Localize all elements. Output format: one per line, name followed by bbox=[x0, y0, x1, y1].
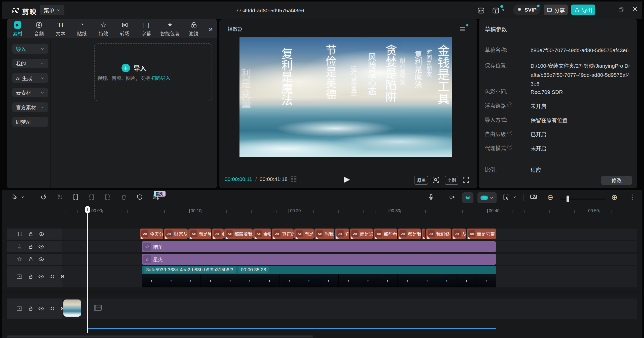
preview-axis-chevron[interactable] bbox=[512, 193, 517, 201]
auto-link-toggle[interactable] bbox=[462, 192, 473, 203]
text-clip-10[interactable]: A≡它 bbox=[335, 229, 349, 239]
video-clip[interactable]: 3afa5939-368d-4ca2-b88b-b9f9b315b6f3 00:… bbox=[142, 266, 496, 287]
video-preview[interactable]: 利是变量复利是魔法节俭是美德运气是变量风险是心态贪婪是陷阱耐心是智慧复利是魔法时… bbox=[239, 37, 452, 157]
zoom-frame-icon[interactable] bbox=[432, 176, 440, 184]
record-voice-icon[interactable] bbox=[427, 193, 435, 201]
tab-media[interactable]: ▶素材 bbox=[7, 21, 28, 37]
original-quality-button[interactable]: 原画 bbox=[415, 176, 428, 184]
eye-icon[interactable] bbox=[38, 305, 45, 312]
undo-icon[interactable]: ↺ bbox=[39, 193, 48, 201]
texttool-icon[interactable]: TI bbox=[17, 231, 22, 237]
help-icon[interactable]: ? bbox=[507, 102, 512, 107]
maximize-button[interactable] bbox=[618, 7, 624, 13]
sidebar-item-3[interactable]: AI 生成 bbox=[12, 73, 48, 83]
snap-icon[interactable] bbox=[448, 193, 457, 201]
solo-icon[interactable]: S bbox=[61, 274, 64, 280]
playhead-line[interactable] bbox=[87, 208, 88, 333]
close-button[interactable]: × bbox=[632, 4, 637, 14]
delete-icon[interactable] bbox=[119, 193, 128, 201]
star-icon[interactable]: ☆ bbox=[17, 243, 22, 250]
text-clip-12[interactable]: A≡那些看 bbox=[374, 229, 397, 239]
text-clip-15[interactable]: A≡我们终 bbox=[426, 229, 451, 239]
more-tabs-icon[interactable]: » bbox=[204, 25, 217, 33]
text-clip-9[interactable]: A≡当我 bbox=[314, 229, 334, 239]
preview-axis-icon[interactable] bbox=[502, 193, 511, 201]
more-options-icon[interactable]: ⋮ bbox=[628, 193, 636, 201]
star-icon[interactable]: ☆ bbox=[17, 256, 22, 263]
link-toggle[interactable] bbox=[477, 192, 497, 203]
text-clip-16[interactable]: A≡从 bbox=[452, 229, 466, 239]
split-icon[interactable] bbox=[71, 193, 80, 201]
sidebar-item-1[interactable]: 导入 bbox=[12, 44, 48, 54]
tab-text[interactable]: TI文本 bbox=[50, 21, 71, 37]
sidebar-item-4[interactable]: 云素材 bbox=[12, 88, 48, 97]
text-clip-17[interactable]: A≡而是它带 bbox=[467, 229, 496, 239]
eye-icon[interactable] bbox=[38, 256, 45, 262]
eye-icon[interactable] bbox=[38, 243, 45, 250]
lock-icon[interactable] bbox=[28, 231, 34, 237]
tab-filter[interactable]: 滤镜 bbox=[183, 21, 204, 37]
lock-icon[interactable] bbox=[28, 256, 34, 262]
eye-icon[interactable] bbox=[38, 231, 45, 237]
tab-smartpack[interactable]: ✦智能包装 bbox=[157, 21, 183, 37]
speaker-icon[interactable] bbox=[49, 274, 55, 280]
zoom-out-icon[interactable]: ⊖ bbox=[546, 193, 554, 201]
tab-captions[interactable]: ▤字幕 bbox=[136, 21, 157, 37]
share-button[interactable]: 分享 bbox=[544, 5, 568, 15]
ratio-button[interactable]: 比例 bbox=[445, 176, 458, 184]
text-clip-13[interactable]: A≡都是我 bbox=[398, 229, 421, 239]
text-clip-1[interactable]: A≡今天分 bbox=[140, 229, 163, 239]
tab-transition[interactable]: ⋈转场 bbox=[114, 21, 135, 37]
frame-list-icon[interactable] bbox=[290, 176, 297, 183]
menu-button[interactable]: 菜单 bbox=[40, 5, 64, 15]
tab-audio[interactable]: 音频 bbox=[28, 21, 50, 37]
zoom-slider-handle[interactable] bbox=[567, 196, 569, 202]
split-right-icon[interactable] bbox=[103, 193, 112, 201]
help-icon[interactable]: ? bbox=[507, 145, 512, 149]
panel-layout-icon[interactable] bbox=[492, 7, 500, 15]
minimize-button[interactable]: — bbox=[605, 6, 611, 13]
select-tool-chevron[interactable] bbox=[20, 193, 25, 201]
sidebar-item-6[interactable]: 即梦AI bbox=[12, 117, 48, 127]
tab-sticker[interactable]: ◔贴纸 bbox=[71, 21, 93, 37]
add-video-film-icon[interactable] bbox=[94, 305, 102, 311]
export-button[interactable]: 导出 bbox=[571, 5, 595, 15]
text-clip-2[interactable]: A≡财富从 bbox=[164, 229, 188, 239]
svip-button[interactable]: SVIP bbox=[513, 5, 540, 15]
split-left-icon[interactable] bbox=[87, 193, 96, 201]
import-dropzone[interactable]: + 导入 视频、音频、图片，支持 扫码导入 bbox=[94, 43, 212, 101]
text-clip-6[interactable]: A≡金钱 bbox=[253, 229, 271, 239]
track-lane-5[interactable] bbox=[62, 298, 637, 319]
scan-import-link[interactable]: 扫码导入 bbox=[151, 76, 170, 81]
playhead-handle[interactable] bbox=[85, 206, 90, 213]
timeline-scale-icon[interactable] bbox=[529, 193, 538, 201]
play-button[interactable]: ▶ bbox=[344, 175, 350, 183]
playbox-icon[interactable] bbox=[16, 306, 23, 312]
text-clip-3[interactable]: A≡而是我 bbox=[188, 229, 211, 239]
text-clip-4[interactable]: A≡每 bbox=[212, 229, 224, 239]
lock-icon[interactable] bbox=[28, 244, 34, 250]
fullscreen-icon[interactable] bbox=[462, 176, 470, 184]
help-icon[interactable]: ? bbox=[507, 131, 512, 135]
playbox-icon[interactable] bbox=[16, 274, 23, 280]
text-clip-7[interactable]: A≡真正的 bbox=[272, 229, 294, 239]
modify-button[interactable]: 修改 bbox=[601, 176, 632, 185]
sidebar-item-2[interactable]: 我的 bbox=[12, 59, 48, 68]
subtitle-layout-icon[interactable] bbox=[477, 7, 485, 15]
zoom-in-icon[interactable]: ⊕ bbox=[610, 193, 619, 201]
text-clip-5[interactable]: A≡都藏着我 bbox=[224, 229, 253, 239]
mask-shield-icon[interactable] bbox=[135, 193, 144, 201]
ratio-row-value[interactable]: 适应 bbox=[531, 166, 541, 175]
sidebar-item-5[interactable]: 官方素材 bbox=[12, 102, 48, 112]
main-track-thumbnail[interactable] bbox=[63, 299, 81, 317]
eye-icon[interactable] bbox=[38, 273, 45, 280]
effect-clip-2[interactable]: ☆星火 bbox=[142, 254, 496, 265]
select-tool-icon[interactable] bbox=[10, 193, 19, 201]
layout-dropdown-arrow[interactable]: ▾ bbox=[502, 8, 504, 13]
text-clip-8[interactable]: A≡而是 bbox=[294, 229, 314, 239]
effect-clip-1[interactable]: ☆暗角 bbox=[142, 241, 496, 252]
text-clip-11[interactable]: A≡而是通 bbox=[350, 229, 373, 239]
horizontal-scrollbar[interactable] bbox=[7, 335, 313, 337]
tab-effects[interactable]: ☆特效 bbox=[93, 21, 114, 37]
lock-icon[interactable] bbox=[28, 306, 34, 312]
